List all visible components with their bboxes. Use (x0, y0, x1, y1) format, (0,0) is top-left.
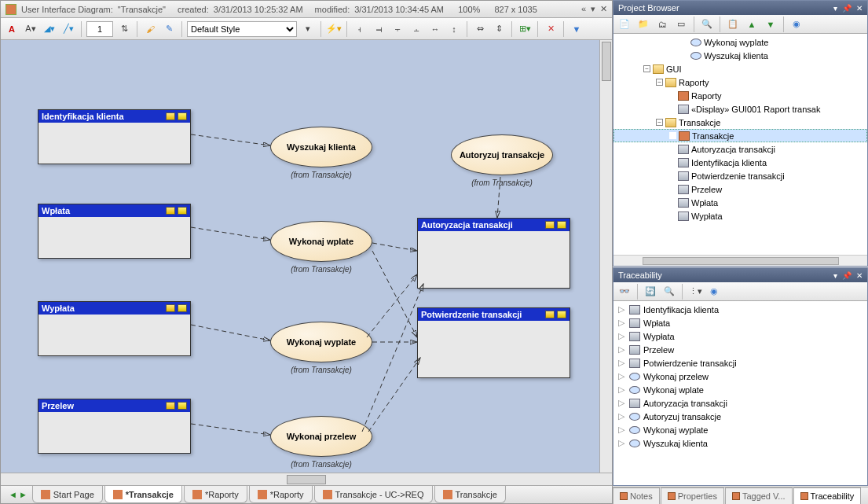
minimize-icon[interactable] (166, 304, 175, 312)
right-tab-1[interactable]: Properties (661, 487, 724, 504)
pb-item[interactable]: Potwierdzenie transakcji (613, 169, 867, 182)
pb-item[interactable]: Transakcje (613, 129, 867, 142)
tab-prev-icon[interactable]: ◄ (9, 490, 17, 499)
pb-item[interactable]: Autoryzacja transakcji (613, 142, 867, 156)
collapse-up-icon[interactable]: « (581, 4, 586, 14)
trace-item[interactable]: ▷Wykonaj wyplate (613, 423, 867, 436)
expand-icon[interactable]: ▷ (618, 318, 626, 328)
tab-0[interactable]: Start Page (32, 486, 103, 503)
ui-frame-b6[interactable]: Potwierdzenie transakcji (417, 307, 570, 378)
font-color-icon[interactable]: A (4, 21, 20, 37)
usecase-o5[interactable]: Autoryzuj transakcje (451, 134, 553, 175)
new-diagram-icon[interactable]: 🗂 (654, 17, 670, 32)
new-model-icon[interactable]: 📄 (617, 17, 632, 32)
usecase-o1[interactable]: Wyszukaj klienta (270, 127, 372, 167)
close-icon[interactable] (557, 311, 566, 318)
options-icon[interactable]: ⋮▾ (687, 284, 703, 300)
pb-item[interactable]: Wypłata (613, 209, 867, 223)
minimize-icon[interactable] (545, 311, 555, 318)
dropdown-icon[interactable]: ▾ (591, 4, 595, 14)
right-tab-2[interactable]: Tagged V... (725, 487, 793, 504)
ui-frame-b3[interactable]: Wypłata (38, 301, 191, 356)
picker-icon[interactable]: ✎ (161, 21, 177, 37)
minimize-icon[interactable] (166, 112, 175, 120)
panel-pin-icon[interactable]: 📌 (842, 4, 852, 13)
search-icon[interactable]: 🔍 (699, 17, 715, 32)
down-icon[interactable]: ▼ (763, 17, 778, 32)
pb-item[interactable]: Wyszukaj klienta (613, 49, 867, 62)
ui-frame-b2[interactable]: Wpłata (38, 204, 191, 259)
right-tab-0[interactable]: Notes (613, 487, 660, 504)
close-icon[interactable] (557, 221, 566, 229)
expand-icon[interactable]: ▷ (618, 384, 626, 395)
layout-icon[interactable]: ⊞▾ (517, 21, 533, 37)
expand-icon[interactable]: ▷ (618, 304, 626, 315)
usecase-o4[interactable]: Wykonaj przelew (270, 416, 372, 457)
trace-item[interactable]: ▷Autoryzacja transakcji (613, 396, 867, 410)
glasses-icon[interactable]: 👓 (617, 284, 632, 300)
tab-3[interactable]: *Raporty (249, 486, 313, 503)
tab-5[interactable]: Transakcje (434, 486, 506, 503)
vertical-scrollbar[interactable] (599, 40, 612, 473)
ui-frame-b5[interactable]: Autoryzacja transakcji (417, 218, 570, 289)
close-icon[interactable] (178, 304, 187, 312)
fill-color-icon[interactable]: ◢▾ (42, 21, 57, 37)
pb-hscroll[interactable] (613, 255, 867, 266)
pb-item[interactable]: Identyfikacja klienta (613, 156, 867, 169)
trace-item[interactable]: ▷Wpłata (613, 316, 867, 329)
align-right-icon[interactable]: ⫤ (371, 21, 386, 37)
delete-icon[interactable]: ✕ (543, 21, 559, 37)
align-left-icon[interactable]: ⫞ (352, 21, 368, 37)
ui-frame-b1[interactable]: Identyfikacja klienta (38, 109, 191, 164)
filter-icon[interactable]: ▼ (569, 21, 584, 37)
help-icon[interactable]: ◉ (706, 284, 722, 300)
same-width-icon[interactable]: ↔ (427, 21, 443, 37)
panel-dropdown-icon[interactable]: ▾ (833, 271, 837, 280)
trace-item[interactable]: ▷Autoryzuj transakcje (613, 410, 867, 423)
locate-icon[interactable]: 🔍 (661, 284, 677, 300)
trace-item[interactable]: ▷Identyfikacja klienta (613, 303, 867, 316)
panel-pin-icon[interactable]: 📌 (842, 271, 852, 280)
trace-item[interactable]: ▷Wykonaj wplate (613, 383, 867, 396)
align-top-icon[interactable]: ⫟ (390, 21, 405, 37)
minimize-icon[interactable] (166, 402, 175, 410)
new-package-icon[interactable]: 📁 (635, 17, 651, 32)
diagram-canvas[interactable]: Identyfikacja klientaWpłataWypłataPrzele… (1, 40, 612, 473)
pb-item[interactable]: −Transakcje (613, 116, 867, 129)
right-tab-3[interactable]: Traceability (793, 487, 862, 504)
trace-item[interactable]: ▷Potwierdzenie transakcji (613, 356, 867, 370)
line-color-icon[interactable]: ╱▾ (60, 21, 76, 37)
font-color-dropdown-icon[interactable]: A▾ (23, 21, 38, 37)
refresh-icon[interactable]: 🔄 (643, 284, 658, 300)
pb-item[interactable]: −GUI (613, 62, 867, 75)
stepper-icon[interactable]: ⇅ (116, 21, 132, 37)
trace-item[interactable]: ▷Wyszukaj klienta (613, 436, 867, 450)
horizontal-scrollbar[interactable] (1, 473, 612, 485)
expand-icon[interactable]: ▷ (618, 358, 626, 368)
line-width-input[interactable] (86, 21, 113, 37)
panel-dropdown-icon[interactable]: ▾ (833, 4, 837, 13)
pb-item[interactable]: Wykonaj wyplate (613, 35, 867, 49)
trace-item[interactable]: ▷Wypłata (613, 329, 867, 343)
tab-4[interactable]: Transakcje - UC->REQ (314, 486, 433, 503)
expand-icon[interactable]: ▷ (618, 398, 626, 408)
close-icon[interactable] (178, 402, 187, 410)
close-diagram-icon[interactable]: ✕ (600, 4, 607, 14)
up-icon[interactable]: ▲ (744, 17, 760, 32)
expand-icon[interactable]: ▷ (618, 331, 626, 341)
align-bottom-icon[interactable]: ⫠ (408, 21, 424, 37)
panel-close-icon[interactable]: ✕ (856, 4, 863, 13)
expand-toggle-icon[interactable]: − (643, 65, 650, 72)
usecase-o3[interactable]: Wykonaj wyplate (270, 322, 372, 362)
close-icon[interactable] (178, 112, 187, 120)
expand-icon[interactable]: ▷ (618, 344, 626, 355)
ui-frame-b4[interactable]: Przelew (38, 399, 191, 454)
style-select[interactable]: Default Style (187, 21, 297, 37)
trace-item[interactable]: ▷Wykonaj przelew (613, 370, 867, 383)
new-element-icon[interactable]: ▭ (673, 17, 689, 32)
pb-item[interactable]: Raporty (613, 89, 867, 102)
doc-icon[interactable]: 📋 (725, 17, 741, 32)
help-icon[interactable]: ◉ (789, 17, 804, 32)
pb-item[interactable]: «Display» GUI001 Raport transak (613, 102, 867, 116)
trace-item[interactable]: ▷Przelew (613, 343, 867, 356)
